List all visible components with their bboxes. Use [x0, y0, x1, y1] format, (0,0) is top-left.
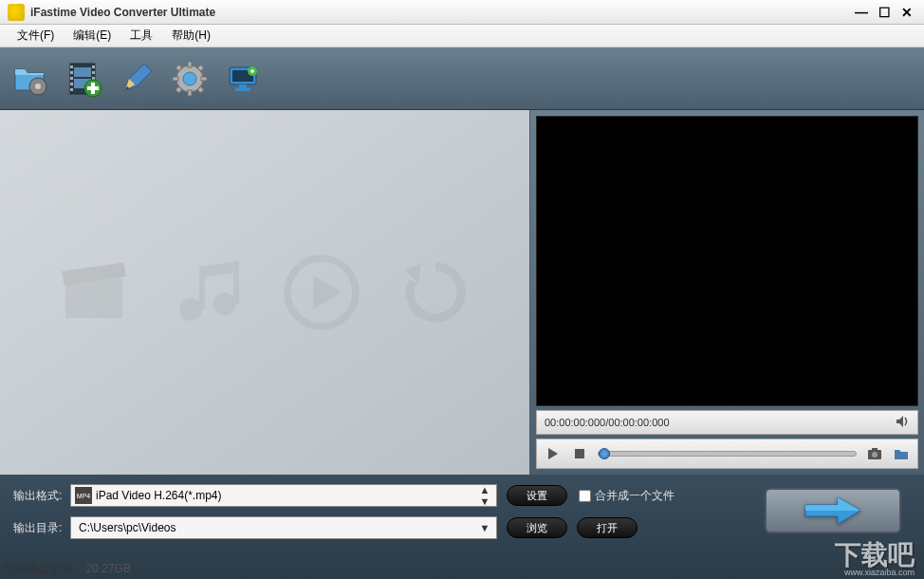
play-circle-icon: [279, 250, 364, 335]
pencil-icon: [118, 60, 156, 98]
svg-rect-8: [70, 83, 73, 85]
minimize-button[interactable]: —: [852, 3, 871, 22]
titlebar: iFastime Video Converter Ultimate — ☐ ✕: [0, 0, 924, 25]
menu-edit[interactable]: 编辑(E): [64, 26, 120, 46]
snapshot-button[interactable]: [866, 445, 883, 462]
volume-button[interactable]: [895, 414, 910, 431]
menu-tools[interactable]: 工具: [120, 26, 162, 46]
app-title: iFastime Video Converter Ultimate: [30, 6, 848, 19]
browse-button[interactable]: 浏览: [507, 517, 567, 538]
folder-disc-icon: [11, 60, 49, 98]
watermark-graphics: [51, 250, 478, 335]
source-file-area[interactable]: [0, 110, 530, 475]
svg-point-42: [872, 452, 878, 458]
monitor-icon: [224, 60, 262, 98]
output-dir-label: 输出目录:: [13, 520, 70, 536]
svg-rect-33: [65, 278, 122, 318]
main-area: 00:00:00:000/00:00:00:000: [0, 110, 924, 475]
close-button[interactable]: ✕: [897, 3, 916, 22]
svg-point-1: [35, 84, 41, 89]
stop-button[interactable]: [571, 445, 588, 462]
svg-rect-43: [872, 448, 878, 451]
toolbar: [0, 47, 924, 110]
menu-help[interactable]: 帮助(H): [162, 26, 220, 46]
output-dir-field[interactable]: C:\Users\pc\Videos ▼: [70, 516, 497, 539]
format-settings-button[interactable]: 设置: [507, 485, 567, 506]
load-file-button[interactable]: [9, 58, 51, 100]
preview-panel: 00:00:00:000/00:00:00:000: [530, 110, 924, 475]
output-dir-value: C:\Users\pc\Videos: [75, 521, 477, 534]
settings-button[interactable]: [169, 58, 211, 100]
svg-rect-9: [70, 88, 73, 91]
svg-rect-30: [239, 84, 247, 88]
svg-rect-22: [173, 77, 178, 81]
svg-rect-7: [70, 77, 73, 80]
merge-label: 合并成一个文件: [595, 488, 675, 504]
film-add-icon: [65, 60, 102, 98]
svg-rect-6: [70, 71, 73, 74]
svg-point-19: [183, 72, 196, 85]
play-button[interactable]: [545, 445, 562, 462]
disk-value: 20.27GB: [86, 562, 131, 575]
svg-rect-3: [74, 67, 91, 77]
svg-rect-5: [70, 65, 73, 68]
svg-rect-20: [188, 62, 192, 67]
folder-button[interactable]: [893, 445, 910, 462]
clapper-icon: [51, 250, 137, 335]
convert-arrow-icon: [800, 494, 866, 528]
svg-point-35: [179, 298, 202, 321]
time-display-bar: 00:00:00:000/00:00:00:000: [536, 410, 918, 435]
output-format-label: 输出格式:: [13, 488, 70, 504]
svg-rect-31: [235, 88, 250, 91]
progress-thumb[interactable]: [599, 448, 610, 459]
format-type-icon: MP4: [75, 487, 92, 504]
maximize-button[interactable]: ☐: [875, 3, 894, 22]
gear-icon: [171, 60, 209, 98]
svg-rect-40: [575, 449, 584, 458]
svg-rect-21: [188, 90, 192, 96]
refresh-icon: [393, 250, 478, 335]
play-icon: [546, 447, 560, 460]
svg-rect-17: [87, 86, 99, 90]
app-logo-icon: [8, 4, 25, 21]
progress-slider[interactable]: [598, 451, 857, 457]
convert-button[interactable]: [765, 488, 901, 533]
disk-label: 可用磁盘空间:: [4, 562, 75, 575]
load-video-button[interactable]: [63, 58, 104, 100]
playback-controls: [536, 439, 918, 469]
output-format-value: iPad Video H.264(*.mp4): [96, 489, 477, 502]
svg-rect-23: [201, 77, 207, 81]
display-button[interactable]: [222, 58, 264, 100]
time-display: 00:00:00:000/00:00:00:000: [545, 417, 670, 428]
folder-icon: [894, 447, 909, 460]
speaker-icon: [895, 414, 910, 429]
open-button[interactable]: 打开: [577, 517, 638, 538]
svg-rect-11: [92, 71, 95, 74]
disk-space-info: 可用磁盘空间: 20.27GB: [4, 561, 131, 577]
camera-icon: [867, 447, 882, 460]
edit-button[interactable]: [116, 58, 157, 100]
svg-point-36: [213, 292, 236, 315]
menu-file[interactable]: 文件(F): [8, 26, 64, 46]
watermark-url: www.xiazaiba.com: [844, 568, 915, 577]
merge-checkbox[interactable]: [579, 490, 591, 502]
svg-rect-10: [92, 65, 95, 68]
dir-dropdown-arrow-icon: ▼: [477, 522, 492, 533]
output-format-dropdown[interactable]: MP4 iPad Video H.264(*.mp4) ▲▼: [70, 484, 497, 507]
output-panel: 输出格式: MP4 iPad Video H.264(*.mp4) ▲▼ 设置 …: [0, 475, 924, 579]
dropdown-arrow-icon: ▲▼: [477, 484, 492, 507]
menubar: 文件(F) 编辑(E) 工具 帮助(H): [0, 25, 924, 47]
music-icon: [165, 250, 250, 335]
video-preview-screen: [536, 116, 918, 406]
stop-icon: [574, 448, 585, 459]
